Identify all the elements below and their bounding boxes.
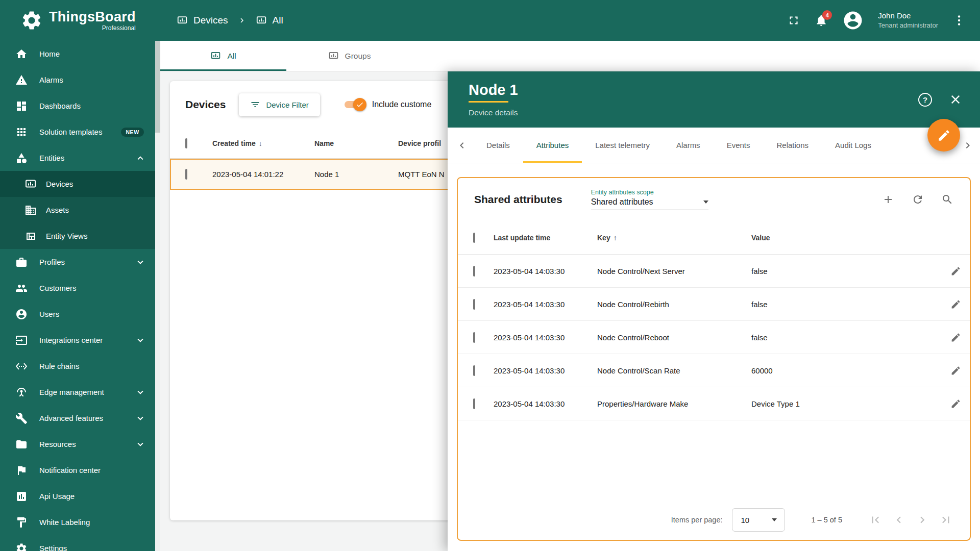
- sidebar-item-edge-management[interactable]: Edge management: [0, 379, 155, 405]
- breadcrumb-devices[interactable]: Devices: [177, 15, 228, 26]
- dropdown-caret-icon: [772, 518, 777, 521]
- first-page-icon[interactable]: [869, 513, 882, 527]
- column-created-time[interactable]: Created time↓: [212, 139, 314, 147]
- sidebar-item-assets[interactable]: Assets: [0, 197, 155, 223]
- last-page-icon[interactable]: [939, 513, 952, 527]
- sidebar-item-integrations-center[interactable]: Integrations center: [0, 327, 155, 353]
- select-all-checkbox[interactable]: [473, 233, 475, 243]
- add-attribute-icon[interactable]: [882, 193, 894, 206]
- row-checkbox[interactable]: [473, 299, 475, 310]
- tab-alarms[interactable]: Alarms: [663, 128, 714, 163]
- row-checkbox[interactable]: [473, 398, 475, 409]
- search-icon[interactable]: [941, 193, 953, 206]
- users-icon: [15, 308, 28, 320]
- items-per-page-select[interactable]: 10: [732, 508, 785, 532]
- sidebar-item-api-usage[interactable]: Api Usage: [0, 483, 155, 509]
- column-last-update-time[interactable]: Last update time: [494, 234, 597, 242]
- kebab-menu-icon[interactable]: [952, 14, 966, 27]
- sidebar-item-users[interactable]: Users: [0, 301, 155, 327]
- rule-chains-icon: [15, 360, 28, 372]
- close-icon[interactable]: [948, 92, 963, 107]
- previous-page-icon[interactable]: [892, 513, 905, 527]
- attribute-row[interactable]: 2023-05-04 14:03:30 Node Control/Next Se…: [458, 255, 970, 288]
- fullscreen-icon[interactable]: [787, 14, 800, 27]
- tabs-scroll-right-icon[interactable]: [957, 139, 979, 152]
- column-key[interactable]: Key↑: [597, 234, 751, 242]
- tab-all[interactable]: All: [160, 41, 286, 71]
- sidebar-item-advanced-features[interactable]: Advanced features: [0, 405, 155, 431]
- sidebar-item-entity-views[interactable]: Entity Views: [0, 223, 155, 249]
- column-name[interactable]: Name: [314, 139, 398, 147]
- tabs-scroll-left-icon[interactable]: [451, 139, 473, 152]
- edit-attribute-icon[interactable]: [941, 365, 970, 376]
- sidebar-item-settings[interactable]: Settings: [0, 535, 155, 551]
- sidebar-item-solution-templates[interactable]: Solution templates NEW: [0, 119, 155, 145]
- app-logo[interactable]: ThingsBoard Professional: [0, 9, 155, 32]
- value-cell: Device Type 1: [751, 399, 941, 408]
- group-all-icon: [256, 15, 267, 26]
- refresh-icon[interactable]: [912, 193, 924, 206]
- sidebar-item-white-labeling[interactable]: White Labeling: [0, 509, 155, 535]
- row-checkbox[interactable]: [185, 169, 187, 180]
- row-checkbox[interactable]: [473, 332, 475, 343]
- chevron-down-icon: [135, 439, 146, 450]
- attribute-row[interactable]: 2023-05-04 14:03:30 Node Control/Rebirth…: [458, 288, 970, 321]
- attribute-row[interactable]: 2023-05-04 14:03:30 Node Control/Scan Ra…: [458, 354, 970, 387]
- breadcrumb-separator-icon: [237, 16, 247, 25]
- tab-latest-telemetry[interactable]: Latest telemetry: [582, 128, 663, 163]
- key-cell: Node Control/Scan Rate: [597, 366, 751, 375]
- edit-attribute-icon[interactable]: [941, 332, 970, 343]
- tab-relations[interactable]: Relations: [763, 128, 822, 163]
- sidebar-item-profiles[interactable]: Profiles: [0, 249, 155, 275]
- breadcrumb-all[interactable]: All: [256, 15, 283, 26]
- table-pagination: Items per page: 10 1 – 5 of 5: [458, 500, 970, 540]
- include-customers-toggle[interactable]: [345, 100, 365, 109]
- sidebar-item-rule-chains[interactable]: Rule chains: [0, 353, 155, 379]
- sidebar-item-resources[interactable]: Resources: [0, 431, 155, 457]
- settings-gear-icon: [15, 542, 28, 551]
- profiles-icon: [15, 256, 28, 268]
- sidebar-item-customers[interactable]: Customers: [0, 275, 155, 301]
- user-avatar[interactable]: [842, 10, 864, 31]
- row-checkbox[interactable]: [473, 266, 475, 277]
- tab-groups[interactable]: Groups: [286, 41, 412, 71]
- sidebar-item-entities[interactable]: Entities: [0, 145, 155, 171]
- breadcrumb: Devices All: [177, 15, 283, 26]
- attributes-scope-select[interactable]: Entity attributes scope Shared attribute…: [591, 189, 708, 210]
- select-all-checkbox[interactable]: [185, 138, 187, 148]
- device-filter-button[interactable]: Device Filter: [239, 93, 320, 116]
- column-value[interactable]: Value: [751, 234, 941, 242]
- sidebar-scrollbar[interactable]: [155, 41, 160, 551]
- scope-value: Shared attributes: [591, 197, 653, 207]
- sidebar-scrollbar-thumb[interactable]: [155, 41, 160, 133]
- next-page-icon[interactable]: [916, 513, 929, 527]
- pencil-icon: [937, 129, 951, 142]
- drawer-tab-bar: Details Attributes Latest telemetry Alar…: [448, 128, 980, 163]
- notifications-bell-icon[interactable]: 4: [815, 14, 828, 27]
- help-icon[interactable]: ?: [918, 93, 932, 107]
- attributes-table-header: Last update time Key↑ Value: [458, 221, 970, 255]
- sidebar-item-devices[interactable]: Devices: [0, 171, 155, 197]
- edit-attribute-icon[interactable]: [941, 299, 970, 310]
- drawer-header: Node 1 Device details ?: [448, 71, 980, 128]
- advanced-features-icon: [15, 412, 28, 424]
- sidebar-item-alarms[interactable]: Alarms: [0, 67, 155, 93]
- tab-events[interactable]: Events: [714, 128, 764, 163]
- sidebar-item-dashboards[interactable]: Dashboards: [0, 93, 155, 119]
- row-checkbox[interactable]: [473, 365, 475, 376]
- sidebar-item-home[interactable]: Home: [0, 41, 155, 67]
- thingsboard-gear-logo-icon: [20, 9, 43, 32]
- tab-audit-logs[interactable]: Audit Logs: [822, 128, 885, 163]
- tab-attributes[interactable]: Attributes: [523, 128, 582, 163]
- edit-attribute-icon[interactable]: [941, 398, 970, 409]
- brand-edition: Professional: [102, 24, 136, 32]
- dashboards-icon: [15, 100, 28, 112]
- tab-details[interactable]: Details: [473, 128, 523, 163]
- sidebar-item-notification-center[interactable]: Notification center: [0, 457, 155, 483]
- attribute-row[interactable]: 2023-05-04 14:03:30 Node Control/Reboot …: [458, 321, 970, 354]
- edit-fab-button[interactable]: [927, 119, 960, 152]
- time-cell: 2023-05-04 14:03:30: [494, 333, 597, 342]
- attribute-row[interactable]: 2023-05-04 14:03:30 Properties/Hardware …: [458, 387, 970, 420]
- sidebar: Home Alarms Dashboards Solution template…: [0, 41, 155, 551]
- edit-attribute-icon[interactable]: [941, 266, 970, 277]
